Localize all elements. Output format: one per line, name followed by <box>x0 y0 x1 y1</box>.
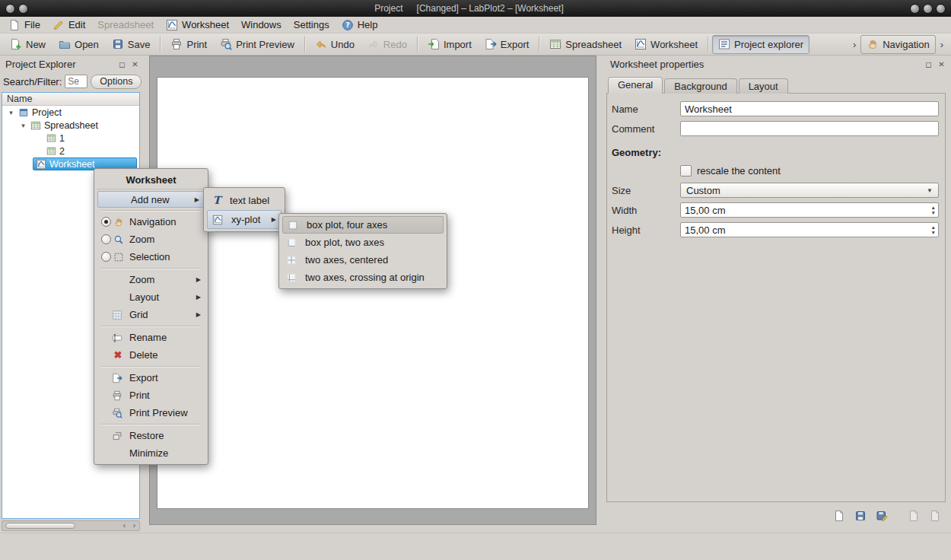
close-icon[interactable]: ✕ <box>129 58 142 70</box>
hand-icon <box>867 38 879 50</box>
tree-item-project[interactable]: ▾ Project <box>2 106 139 119</box>
spin-up-icon[interactable]: ▲ <box>931 205 936 210</box>
tree-column-header[interactable]: Name <box>2 93 139 106</box>
new-template-button[interactable] <box>831 508 848 523</box>
spin-down-icon[interactable]: ▼ <box>931 230 936 235</box>
menu-help[interactable]: Help <box>336 18 383 33</box>
menu-item-box-plot-two-axes[interactable]: box plot, two axes <box>281 234 444 251</box>
menu-item-layout[interactable]: Layout ▶ <box>97 288 205 306</box>
detach-icon[interactable]: ◻ <box>922 58 935 70</box>
minimize-button[interactable] <box>910 4 920 14</box>
printer-icon <box>170 38 183 50</box>
tab-general[interactable]: General <box>608 77 663 94</box>
spin-up-icon[interactable]: ▲ <box>931 224 936 230</box>
folder-icon <box>59 38 71 50</box>
rescale-checkbox[interactable] <box>680 165 692 177</box>
size-select[interactable]: Custom ▼ <box>680 183 939 198</box>
menu-item-text-label[interactable]: T text label <box>206 190 282 210</box>
tab-layout[interactable]: Layout <box>739 78 788 94</box>
menu-item-print-preview[interactable]: Print Preview <box>97 404 205 422</box>
window-pin-button[interactable] <box>18 4 28 14</box>
menu-item-minimize[interactable]: Minimize <box>97 444 205 462</box>
open-button[interactable]: Open <box>52 35 105 54</box>
restore-window-icon <box>112 431 122 441</box>
expander-icon[interactable]: ▾ <box>7 109 15 116</box>
text-label-icon: T <box>211 194 223 206</box>
spreadsheet-button[interactable]: Spreadsheet <box>543 35 628 54</box>
copy-properties-button[interactable] <box>905 508 922 523</box>
tree-item-spreadsheet[interactable]: ▾ Spreadsheet <box>2 119 139 132</box>
menu-item-rename[interactable]: Rename <box>97 329 205 346</box>
maximize-button[interactable] <box>923 4 933 14</box>
save-button[interactable]: Save <box>106 35 157 54</box>
project-explorer-toggle[interactable]: Project explorer <box>712 35 809 54</box>
save-as-button[interactable] <box>873 508 890 523</box>
scroll-left-icon[interactable]: ‹ <box>119 521 129 530</box>
tab-background[interactable]: Background <box>664 78 736 94</box>
worksheet-scroll-area[interactable] <box>149 56 596 525</box>
menu-settings[interactable]: Settings <box>288 18 335 33</box>
close-icon[interactable]: ✕ <box>935 58 948 70</box>
width-stepper[interactable]: ▲▼ <box>680 202 939 218</box>
menu-windows[interactable]: Windows <box>236 18 287 33</box>
submenu-arrow-icon: ▶ <box>195 196 199 203</box>
expander-icon[interactable]: ▾ <box>19 122 27 129</box>
paste-properties-button[interactable] <box>927 508 943 523</box>
undo-button[interactable]: Undo <box>309 35 361 54</box>
menu-item-two-axes-centered[interactable]: two axes, centered <box>281 251 444 269</box>
titlebar: Project [Changed] – LabPlot2 – [Workshee… <box>0 0 951 17</box>
window-menu-button[interactable] <box>5 4 15 14</box>
menu-item-restore[interactable]: Restore <box>97 427 205 444</box>
menu-item-delete[interactable]: ✖ Delete <box>97 346 205 364</box>
menu-item-zoom-mode[interactable]: Zoom <box>97 231 205 248</box>
new-button[interactable]: New <box>4 35 52 54</box>
delete-cross-icon: ✖ <box>112 349 124 361</box>
menu-worksheet[interactable]: Worksheet <box>161 18 234 33</box>
tree-item-sheet1[interactable]: 1 <box>2 132 139 145</box>
menu-separator <box>101 326 201 326</box>
detach-icon[interactable]: ◻ <box>116 58 129 70</box>
worksheet-page[interactable] <box>157 77 589 509</box>
close-button[interactable] <box>936 4 946 14</box>
export-button[interactable]: Export <box>479 35 536 54</box>
print-preview-icon <box>220 38 232 50</box>
navigation-mode-button[interactable]: Navigation <box>860 35 935 54</box>
options-button[interactable]: Options <box>91 75 142 89</box>
menu-item-export[interactable]: Export <box>97 369 205 387</box>
menu-item-grid[interactable]: Grid ▶ <box>97 306 205 323</box>
tree-item-sheet2[interactable]: 2 <box>2 145 139 158</box>
save-template-button[interactable] <box>852 508 869 523</box>
menu-item-selection-mode[interactable]: Selection <box>97 248 205 266</box>
menu-item-navigation-mode[interactable]: Navigation <box>97 213 205 231</box>
toolbar-overflow-icon[interactable]: › <box>849 39 860 50</box>
export-icon <box>485 38 497 50</box>
help-icon <box>342 19 354 31</box>
comment-field[interactable] <box>680 121 939 136</box>
xy-plot-icon <box>212 215 223 225</box>
height-input[interactable] <box>680 222 939 237</box>
spin-down-icon[interactable]: ▼ <box>931 210 936 215</box>
toolbar-edge-chevron-icon[interactable]: › <box>937 39 947 50</box>
menu-file[interactable]: File <box>3 18 46 33</box>
scrollbar-thumb[interactable] <box>5 523 75 529</box>
properties-header: Worksheet properties ◻ ✕ <box>605 56 951 72</box>
menu-item-two-axes-crossing-origin[interactable]: two axes, crossing at origin <box>281 269 444 286</box>
scroll-right-icon[interactable]: › <box>129 521 139 530</box>
menu-item-add-new[interactable]: Add new ▶ <box>97 191 205 208</box>
height-stepper[interactable]: ▲▼ <box>680 222 939 237</box>
statusbar <box>0 533 951 560</box>
menu-item-xy-plot[interactable]: xy-plot ▶ <box>207 210 281 229</box>
horizontal-scrollbar[interactable]: ‹ › <box>2 520 140 531</box>
import-button[interactable]: Import <box>421 35 478 54</box>
print-button[interactable]: Print <box>164 35 213 54</box>
name-field[interactable] <box>680 101 939 116</box>
worksheet-button[interactable]: Worksheet <box>628 35 704 54</box>
page-icon <box>929 510 941 522</box>
menu-edit[interactable]: Edit <box>47 18 91 33</box>
menu-item-zoom[interactable]: Zoom ▶ <box>97 271 205 288</box>
width-input[interactable] <box>680 202 939 218</box>
menu-item-box-plot-four-axes[interactable]: box plot, four axes <box>282 216 444 234</box>
search-input[interactable] <box>65 75 87 88</box>
print-preview-button[interactable]: Print Preview <box>214 35 301 54</box>
menu-item-print[interactable]: Print <box>97 387 205 404</box>
